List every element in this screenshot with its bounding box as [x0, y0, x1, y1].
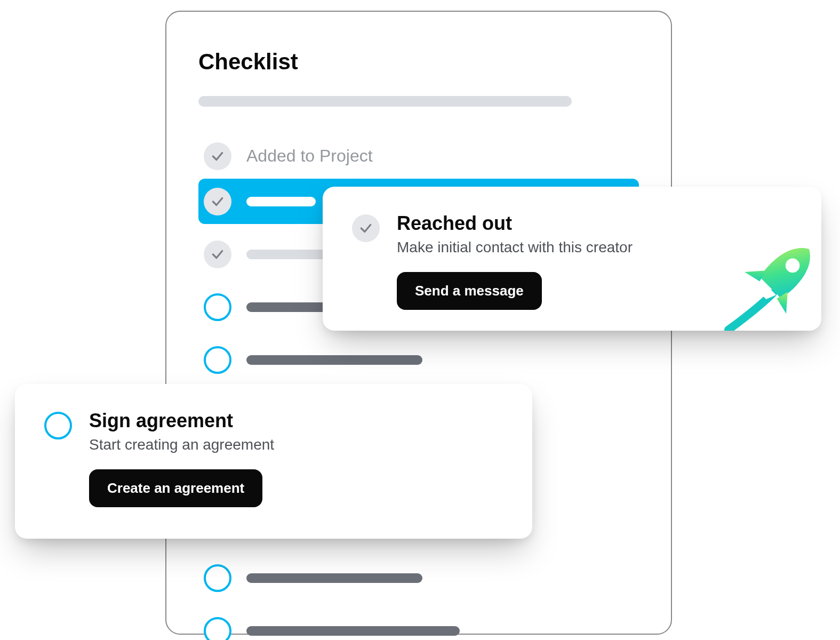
- placeholder-bar: [246, 573, 422, 583]
- circle-icon: [44, 412, 72, 439]
- rocket-icon: [723, 234, 821, 331]
- detail-card-reached-out: Reached out Make initial contact with th…: [323, 187, 821, 331]
- checkmark-icon: [352, 214, 380, 242]
- placeholder-bar: [246, 355, 422, 365]
- svg-point-0: [782, 255, 803, 276]
- send-message-button[interactable]: Send a message: [397, 272, 542, 310]
- checkmark-icon: [204, 241, 231, 268]
- detail-title: Sign agreement: [89, 410, 274, 432]
- circle-icon: [204, 293, 231, 321]
- circle-icon: [204, 617, 231, 641]
- checklist-row[interactable]: [198, 608, 639, 640]
- page-title: Checklist: [198, 49, 639, 75]
- detail-subtitle: Start creating an agreement: [89, 436, 274, 453]
- placeholder-bar: [246, 626, 460, 636]
- checklist-row[interactable]: [198, 555, 639, 601]
- circle-icon: [204, 346, 231, 374]
- detail-card-sign-agreement: Sign agreement Start creating an agreeme…: [15, 384, 532, 539]
- placeholder-bar: [246, 197, 316, 206]
- checklist-row-added-to-project[interactable]: Added to Project: [198, 133, 639, 179]
- circle-icon: [204, 564, 231, 592]
- checklist-item-label: Added to Project: [246, 146, 373, 166]
- placeholder-bar: [198, 96, 572, 107]
- checkmark-icon: [204, 142, 231, 170]
- detail-title: Reached out: [397, 212, 633, 235]
- checkmark-icon: [204, 188, 231, 215]
- create-agreement-button[interactable]: Create an agreement: [89, 469, 262, 507]
- checklist-row[interactable]: [198, 337, 639, 382]
- detail-subtitle: Make initial contact with this creator: [397, 239, 633, 256]
